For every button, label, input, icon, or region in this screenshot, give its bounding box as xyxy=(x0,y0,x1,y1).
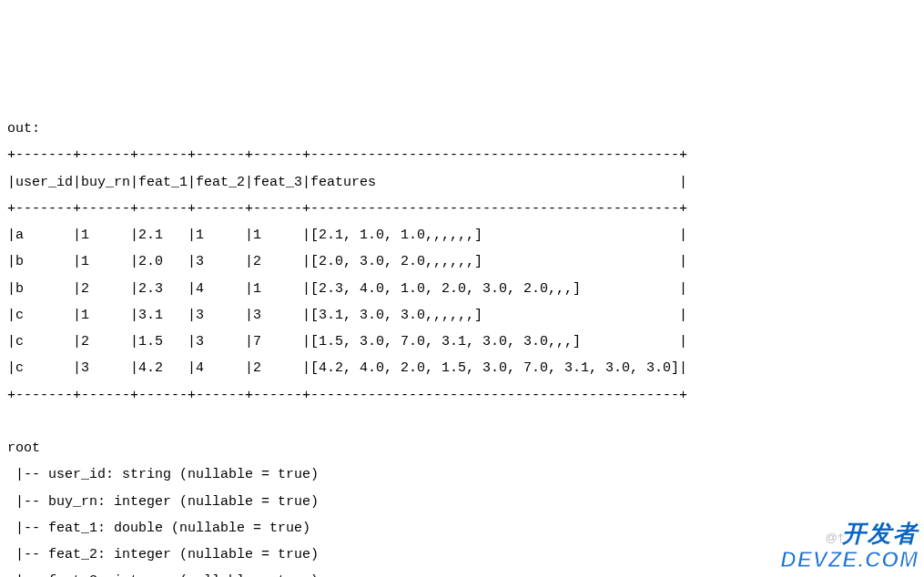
schema-line: |-- feat_1: double (nullable = true) xyxy=(7,521,310,536)
table-row: |a |1 |2.1 |1 |1 |[2.1, 1.0, 1.0,,,,,,] … xyxy=(7,228,687,243)
watermark-sig: @† xyxy=(826,531,844,544)
schema-root: root xyxy=(7,440,40,456)
table-row: |b |1 |2.0 |3 |2 |[2.0, 3.0, 2.0,,,,,,] … xyxy=(7,254,687,269)
table-border-bot: +-------+------+------+------+------+---… xyxy=(7,388,687,403)
table-row: |b |2 |2.3 |4 |1 |[2.3, 4.0, 1.0, 2.0, 3… xyxy=(7,281,687,297)
table-header: |user_id|buy_rn|feat_1|feat_2|feat_3|fea… xyxy=(7,175,687,190)
watermark-cn: 开发者 xyxy=(842,520,919,547)
schema-line: |-- feat_2: integer (nullable = true) xyxy=(7,547,319,562)
schema-line: |-- buy_rn: integer (nullable = true) xyxy=(7,494,319,510)
output-label: out: xyxy=(7,121,40,137)
schema-line: |-- user_id: string (nullable = true) xyxy=(7,467,319,482)
schema-line: |-- feat_3: integer (nullable = true) xyxy=(7,573,319,577)
table-border-mid: +-------+------+------+------+------+---… xyxy=(7,201,687,217)
table-row: |c |3 |4.2 |4 |2 |[4.2, 4.0, 2.0, 1.5, 3… xyxy=(7,360,687,376)
watermark-lat: DEVZE.COM xyxy=(780,547,919,572)
site-watermark: @†开发者DEVZE.COM xyxy=(780,521,919,572)
table-row: |c |1 |3.1 |3 |3 |[3.1, 3.0, 3.0,,,,,,] … xyxy=(7,308,687,323)
table-row: |c |2 |1.5 |3 |7 |[1.5, 3.0, 7.0, 3.1, 3… xyxy=(7,334,687,349)
table-border-top: +-------+------+------+------+------+---… xyxy=(7,147,687,163)
